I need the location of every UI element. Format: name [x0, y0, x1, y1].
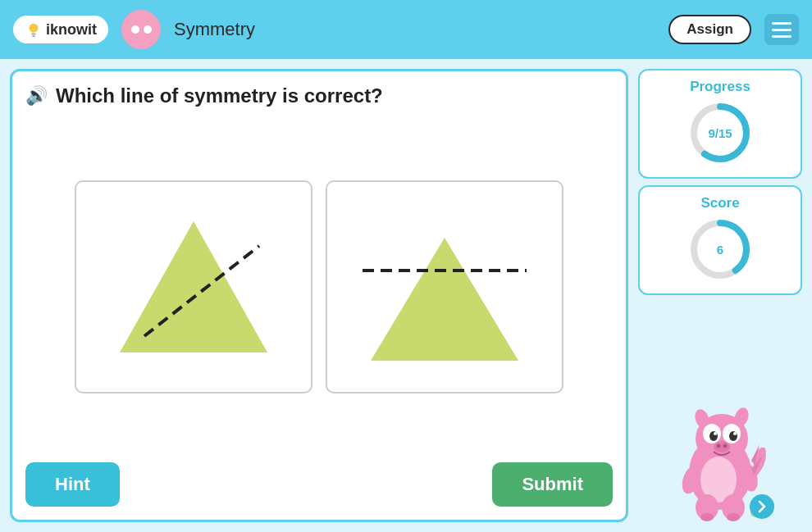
- svg-point-22: [717, 444, 721, 448]
- hint-button[interactable]: Hint: [25, 462, 120, 507]
- score-value: 6: [717, 243, 723, 257]
- score-circle: 6: [687, 216, 753, 282]
- next-arrow[interactable]: [750, 494, 774, 519]
- question-area: 🔊 Which line of symmetry is correct?: [10, 69, 628, 522]
- svg-point-21: [714, 441, 730, 452]
- score-label: Score: [700, 195, 739, 211]
- logo-text: iknowit: [46, 21, 97, 39]
- svg-point-23: [723, 444, 728, 448]
- score-section: Score 6: [638, 185, 802, 295]
- answer-options: [25, 120, 613, 452]
- next-arrow-icon: [755, 500, 769, 513]
- svg-point-20: [733, 432, 737, 435]
- bottom-buttons: Hint Submit: [25, 462, 613, 507]
- menu-line-3: [772, 35, 791, 38]
- header: iknowit Symmetry Assign: [0, 0, 812, 59]
- sound-icon[interactable]: 🔊: [25, 85, 48, 107]
- topic-icon-decoration: [131, 25, 152, 34]
- question-header: 🔊 Which line of symmetry is correct?: [25, 84, 613, 107]
- menu-line-1: [772, 22, 791, 25]
- progress-section: Progress 9/15: [638, 69, 802, 179]
- progress-value: 9/15: [708, 126, 732, 140]
- svg-rect-1: [31, 34, 36, 35]
- progress-circle: 9/15: [687, 100, 753, 166]
- svg-point-32: [727, 513, 740, 521]
- option-b[interactable]: [326, 180, 563, 393]
- svg-point-19: [714, 432, 717, 435]
- right-panel: Progress 9/15 Score 6: [638, 69, 802, 522]
- option-a[interactable]: [75, 180, 312, 393]
- progress-label: Progress: [690, 79, 750, 95]
- option-b-image: [346, 197, 543, 377]
- svg-rect-2: [32, 35, 35, 37]
- main-content: 🔊 Which line of symmetry is correct?: [0, 59, 812, 532]
- topic-icon: [121, 10, 161, 49]
- topic-title: Symmetry: [174, 19, 255, 40]
- assign-button[interactable]: Assign: [668, 15, 751, 44]
- dot2: [144, 25, 152, 34]
- logo-icon: [25, 20, 43, 39]
- menu-button[interactable]: [764, 14, 799, 45]
- svg-point-0: [30, 24, 39, 33]
- question-text: Which line of symmetry is correct?: [56, 84, 383, 107]
- menu-line-2: [772, 29, 791, 31]
- svg-point-31: [700, 513, 714, 521]
- option-a-image: [95, 197, 292, 377]
- svg-marker-3: [120, 221, 267, 352]
- logo: iknowit: [13, 16, 108, 43]
- dot1: [131, 25, 139, 34]
- submit-button[interactable]: Submit: [492, 462, 613, 507]
- mascot-area: [663, 302, 778, 522]
- svg-marker-5: [371, 238, 518, 361]
